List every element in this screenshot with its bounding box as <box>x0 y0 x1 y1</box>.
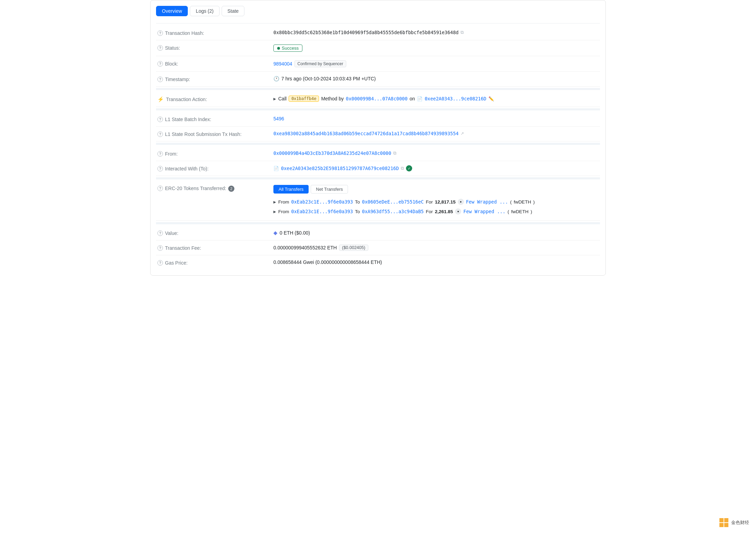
transaction-hash-value: 0x80bbc39dd5c62b5368e1bf10d40969f5da8b45… <box>273 30 599 35</box>
verified-icon: ✓ <box>406 165 412 171</box>
transaction-hash-help-icon[interactable]: ? <box>157 30 163 36</box>
status-value: Success <box>273 44 599 52</box>
action-to-link[interactable]: 0xee2A0343...9ce08216D <box>425 96 486 101</box>
method-badge: 0x1baffb4e <box>289 96 319 102</box>
interacted-with-label: ? Interacted With (To): <box>157 165 268 171</box>
status-row: ? Status: Success <box>156 40 600 56</box>
token-1-icon: ● <box>458 199 464 205</box>
token-2-icon: ● <box>455 208 461 215</box>
gas-price-label: ? Gas Price: <box>157 259 268 266</box>
section-divider-2 <box>156 108 600 110</box>
lightning-icon: ⚡ <box>157 96 164 102</box>
timestamp-help-icon[interactable]: ? <box>157 77 163 82</box>
transaction-fee-label: ? Transaction Fee: <box>157 245 268 251</box>
transaction-fee-row: ? Transaction Fee: 0.000000999405552632 … <box>156 240 600 255</box>
value-label: ? Value: <box>157 230 268 236</box>
transaction-fee-value: 0.000000999405552632 ETH ($0.002405) <box>273 245 599 251</box>
block-label: ? Block: <box>157 60 268 67</box>
section-divider-1 <box>156 88 600 90</box>
erc20-tokens-row: ? ERC-20 Tokens Transferred: 2 All Trans… <box>156 181 600 221</box>
tab-overview[interactable]: Overview <box>156 6 188 16</box>
erc20-help-icon[interactable]: ? <box>157 186 163 191</box>
l1-batch-index-row: ? L1 State Batch Index: 5496 <box>156 112 600 127</box>
l1-batch-index-value: 5496 <box>273 116 599 121</box>
value-value: ◆ 0 ETH ($0.00) <box>273 230 599 236</box>
erc20-count-badge: 2 <box>228 186 234 192</box>
block-help-icon[interactable]: ? <box>157 61 163 67</box>
tab-logs[interactable]: Logs (2) <box>190 6 219 16</box>
transfer-1-token-link[interactable]: Few Wrapped ... <box>466 199 508 205</box>
transfer-item-1: ▶ From 0xEab23c1E...9f6e0a393 To 0x0605e… <box>273 197 599 207</box>
net-transfers-tab[interactable]: Net Transfers <box>311 185 348 194</box>
fee-help-icon[interactable]: ? <box>157 245 163 251</box>
erc20-tokens-value: All Transfers Net Transfers ▶ From 0xEab… <box>273 185 599 216</box>
status-badge: Success <box>273 44 302 52</box>
block-row: ? Block: 9894004 Confirmed by Sequencer <box>156 56 600 72</box>
section-divider-5 <box>156 222 600 224</box>
from-help-icon[interactable]: ? <box>157 151 163 157</box>
action-from-link[interactable]: 0x000099B4...07A8c0000 <box>346 96 408 101</box>
gas-price-help-icon[interactable]: ? <box>157 260 163 266</box>
from-copy-icon[interactable]: ⧉ <box>393 150 396 156</box>
transaction-hash-row: ? Transaction Hash: 0x80bbc39dd5c62b5368… <box>156 26 600 40</box>
transaction-action-row: ⚡ Transaction Action: ▶ Call 0x1baffb4e … <box>156 91 600 107</box>
timestamp-label: ? Timestamp: <box>157 76 268 82</box>
transfer-2-token-link[interactable]: Few Wrapped ... <box>463 209 505 214</box>
l1-batch-index-label: ? L1 State Batch Index: <box>157 116 268 122</box>
transfer-1-to-link[interactable]: 0x0605eDeE...eb75516eC <box>362 199 424 205</box>
l1-state-root-value: 0xea983002a8845ad4b1638ad06b59eccad74726… <box>273 131 599 136</box>
block-value: 9894004 Confirmed by Sequencer <box>273 60 599 67</box>
doc-icon: 📄 <box>417 96 423 101</box>
l1-batch-help-icon[interactable]: ? <box>157 117 163 122</box>
transaction-hash-copy-icon[interactable]: ⧉ <box>461 30 464 35</box>
value-help-icon[interactable]: ? <box>157 230 163 236</box>
l1-state-root-help-icon[interactable]: ? <box>157 131 163 137</box>
transfer-2-to-link[interactable]: 0xA963df55...a3c94DaB5 <box>362 209 424 214</box>
transaction-action-value: ▶ Call 0x1baffb4e Method by 0x000099B4..… <box>273 96 599 102</box>
timestamp-row: ? Timestamp: 🕐 7 hrs ago (Oct-10-2024 10… <box>156 72 600 87</box>
from-label: ? From: <box>157 150 268 157</box>
tab-state[interactable]: State <box>222 6 245 16</box>
erc20-tokens-label: ? ERC-20 Tokens Transferred: 2 <box>157 185 268 192</box>
status-label: ? Status: <box>157 44 268 51</box>
gas-price-row: ? Gas Price: 0.008658444 Gwei (0.0000000… <box>156 255 600 270</box>
section-divider-4 <box>156 177 600 179</box>
fee-usd-badge: ($0.002405) <box>339 245 368 251</box>
from-row: ? From: 0x000099B4a4D3cEb370d3A8A6235d24… <box>156 146 600 161</box>
l1-state-root-label: ? L1 State Root Submission Tx Hash: <box>157 131 268 137</box>
transaction-action-label: ⚡ Transaction Action: <box>157 96 268 102</box>
triangle-icon: ▶ <box>273 97 276 101</box>
transfer-1-from-link[interactable]: 0xEab23c1E...9f6e0a393 <box>291 199 353 205</box>
interacted-with-help-icon[interactable]: ? <box>157 166 163 171</box>
transfer-2-triangle: ▶ <box>273 210 276 214</box>
external-link-icon[interactable]: ↗ <box>461 131 464 136</box>
eth-icon: ◆ <box>273 230 278 236</box>
status-dot <box>277 47 280 50</box>
interacted-copy-icon[interactable]: ⧉ <box>401 166 404 171</box>
l1-batch-index-link[interactable]: 5496 <box>273 116 284 121</box>
transfer-item-2: ▶ From 0xEab23c1E...9f6e0a393 To 0xA963d… <box>273 207 599 216</box>
confirmed-badge: Confirmed by Sequencer <box>294 60 347 67</box>
from-address-link[interactable]: 0x000099B4a4D3cEb370d3A8A6235d24e07A8c00… <box>273 150 391 156</box>
transaction-hash-label: ? Transaction Hash: <box>157 30 268 36</box>
transfer-tabs: All Transfers Net Transfers <box>273 185 599 194</box>
interacted-with-value: 📄 0xee2A0343e825b2E5981851299787A679ce08… <box>273 165 599 171</box>
status-help-icon[interactable]: ? <box>157 45 163 51</box>
interacted-with-address-link[interactable]: 0xee2A0343e825b2E5981851299787A679ce0821… <box>281 166 399 171</box>
from-value: 0x000099B4a4D3cEb370d3A8A6235d24e07A8c00… <box>273 150 599 156</box>
transfer-1-triangle: ▶ <box>273 200 276 204</box>
tab-bar: Overview Logs (2) State <box>156 6 600 16</box>
edit-icon[interactable]: ✏️ <box>488 96 494 101</box>
tabs-divider <box>156 23 600 23</box>
l1-state-root-link[interactable]: 0xea983002a8845ad4b1638ad06b59eccad74726… <box>273 131 458 136</box>
l1-state-root-row: ? L1 State Root Submission Tx Hash: 0xea… <box>156 127 600 141</box>
value-row: ? Value: ◆ 0 ETH ($0.00) <box>156 226 600 240</box>
gas-price-value: 0.008658444 Gwei (0.000000000008658444 E… <box>273 259 599 265</box>
transfer-2-from-link[interactable]: 0xEab23c1E...9f6e0a393 <box>291 209 353 214</box>
interacted-doc-icon: 📄 <box>273 166 279 171</box>
section-divider-3 <box>156 143 600 145</box>
interacted-with-row: ? Interacted With (To): 📄 0xee2A0343e825… <box>156 161 600 176</box>
all-transfers-tab[interactable]: All Transfers <box>273 185 309 194</box>
block-number-link[interactable]: 9894004 <box>273 61 292 67</box>
clock-icon: 🕐 <box>273 76 279 81</box>
